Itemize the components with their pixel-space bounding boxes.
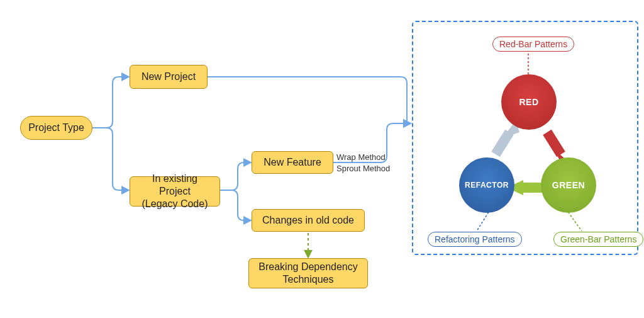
text: Green-Bar Patterns (560, 234, 636, 244)
label: GREEN (552, 180, 585, 190)
label: New Project (142, 71, 196, 83)
text: Red-Bar Patterns (499, 39, 567, 49)
label: Changes in old code (262, 214, 354, 227)
text: Refactoring Patterns (435, 234, 515, 244)
label: New Feature (264, 156, 321, 169)
circle-green: GREEN (541, 157, 596, 213)
node-breaking-dependency: Breaking Dependency Techniques (248, 258, 368, 288)
label-refactoring-patterns: Refactoring Patterns (428, 232, 522, 247)
node-project-type: Project Type (20, 116, 92, 140)
label: Breaking Dependency Techniques (258, 261, 357, 286)
label-green-bar-patterns: Green-Bar Patterns (553, 232, 643, 247)
label: In existing Project (Legacy Code) (136, 173, 213, 210)
node-new-feature: New Feature (252, 151, 333, 174)
node-existing-project: In existing Project (Legacy Code) (130, 176, 220, 207)
circle-red: RED (501, 74, 557, 130)
tdd-cycle-panel (412, 21, 638, 255)
label: REFACTOR (465, 181, 509, 190)
circle-refactor: REFACTOR (459, 157, 514, 213)
annot-sprout-method: Sprout Method (336, 164, 390, 173)
label-red-bar-patterns: Red-Bar Patterns (492, 37, 574, 52)
label: RED (519, 97, 538, 107)
node-new-project: New Project (130, 65, 208, 89)
node-changes-old-code: Changes in old code (252, 209, 365, 232)
annot-wrap-method: Wrap Method (336, 152, 386, 162)
label: Project Type (28, 122, 84, 134)
